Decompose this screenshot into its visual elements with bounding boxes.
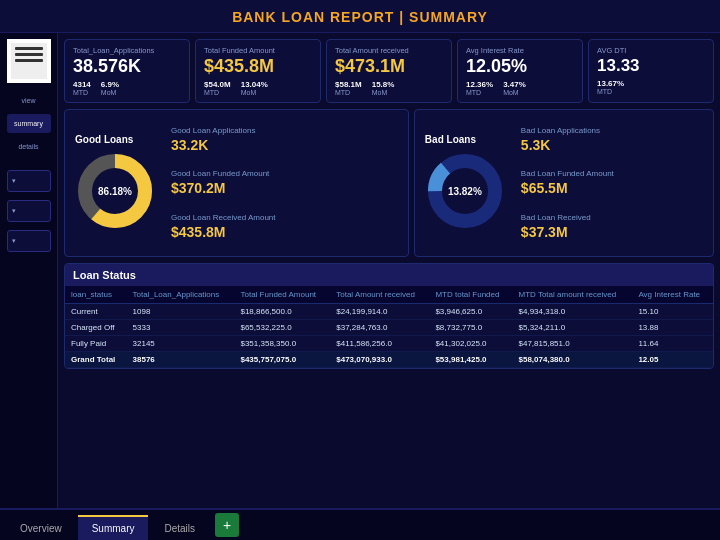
kpi-value-4: 13.33	[597, 57, 705, 76]
kpi-sub-0: 4314 MTD 6.9% MoM	[73, 80, 181, 96]
sidebar-logo	[7, 39, 51, 83]
good-loans-title: Good Loans	[75, 134, 133, 145]
bad-loan-stat-1: Bad Loan Funded Amount $65.5M	[521, 169, 707, 196]
kpi-sub-val-4-0: 13.67%	[597, 79, 624, 88]
table-row: Fully Paid32145$351,358,350.0$411,586,25…	[65, 335, 713, 351]
kpi-value-2: $473.1M	[335, 57, 443, 77]
kpi-sub-label-2-0: MTD	[335, 89, 362, 96]
table-cell-3-5: $58,074,380.0	[513, 351, 633, 367]
content-area: Total_Loan_Applications 38.576K 4314 MTD…	[58, 33, 720, 523]
sidebar-item-view[interactable]: view	[7, 91, 51, 110]
table-cell-0-5: $4,934,318.0	[513, 303, 633, 319]
table-cell-3-1: 38576	[127, 351, 235, 367]
tab-details[interactable]: Details	[150, 515, 209, 540]
kpi-label-0: Total_Loan_Applications	[73, 46, 181, 55]
bad-loan-stat-value-1: $65.5M	[521, 180, 707, 196]
logo-line-1	[15, 47, 43, 50]
table-cell-1-0: Charged Off	[65, 319, 127, 335]
table-cell-0-1: 1098	[127, 303, 235, 319]
good-loans-donut: 86.18%	[75, 151, 155, 231]
kpi-sub-label-1-0: MTD	[204, 89, 231, 96]
sidebar-item-summary[interactable]: summary	[7, 114, 51, 133]
table-cell-3-4: $53,981,425.0	[429, 351, 512, 367]
sidebar-dropdown-3[interactable]: ▾	[7, 230, 51, 252]
kpi-sub-label-2-1: MoM	[372, 89, 395, 96]
bad-loan-stat-label-0: Bad Loan Applications	[521, 126, 707, 135]
kpi-sub-item-4-0: 13.67% MTD	[597, 79, 624, 95]
loan-status-header: Loan Status	[65, 264, 713, 286]
table-cell-0-2: $18,866,500.0	[234, 303, 330, 319]
good-loans-percentage: 86.18%	[98, 186, 132, 197]
sidebar-item-details[interactable]: details	[7, 137, 51, 156]
loan-status-section: Loan Status loan_status Total_Loan_Appli…	[64, 263, 714, 369]
good-loan-stat-value-0: 33.2K	[171, 137, 402, 153]
tab-overview[interactable]: Overview	[6, 515, 76, 540]
good-loans-chart-section: Good Loans 86.18%	[65, 110, 165, 256]
good-loan-stat-2: Good Loan Received Amount $435.8M	[171, 213, 402, 240]
table-cell-3-3: $473,070,933.0	[330, 351, 429, 367]
sidebar-dropdown-2[interactable]: ▾	[7, 200, 51, 222]
kpi-sub-4: 13.67% MTD	[597, 79, 705, 95]
col-header-6: Avg Interest Rate	[632, 286, 713, 304]
table-cell-0-0: Current	[65, 303, 127, 319]
kpi-label-3: Avg Interest Rate	[466, 46, 574, 55]
table-row: Current1098$18,866,500.0$24,199,914.0$3,…	[65, 303, 713, 319]
col-header-4: MTD total Funded	[429, 286, 512, 304]
col-header-0: loan_status	[65, 286, 127, 304]
bottom-tabs: Overview Summary Details +	[0, 508, 720, 540]
kpi-sub-val-1-1: 13.04%	[241, 80, 268, 89]
kpi-value-1: $435.8M	[204, 57, 312, 77]
kpi-sub-3: 12.36% MTD 3.47% MoM	[466, 80, 574, 96]
kpi-sub-label-1-1: MoM	[241, 89, 268, 96]
kpi-card-4: AVG DTI 13.33 13.67% MTD	[588, 39, 714, 103]
table-cell-1-4: $8,732,775.0	[429, 319, 512, 335]
tab-add-button[interactable]: +	[215, 513, 239, 537]
table-cell-2-0: Fully Paid	[65, 335, 127, 351]
good-loan-stat-label-2: Good Loan Received Amount	[171, 213, 402, 222]
loan-status-table: loan_status Total_Loan_Applications Tota…	[65, 286, 713, 368]
kpi-card-0: Total_Loan_Applications 38.576K 4314 MTD…	[64, 39, 190, 103]
kpi-sub-item-3-1: 3.47% MoM	[503, 80, 526, 96]
kpi-sub-val-2-0: $58.1M	[335, 80, 362, 89]
kpi-card-1: Total Funded Amount $435.8M $54.0M MTD 1…	[195, 39, 321, 103]
kpi-sub-val-1-0: $54.0M	[204, 80, 231, 89]
kpi-label-1: Total Funded Amount	[204, 46, 312, 55]
col-header-2: Total Funded Amount	[234, 286, 330, 304]
kpi-sub-val-0-1: 6.9%	[101, 80, 119, 89]
table-header-row: loan_status Total_Loan_Applications Tota…	[65, 286, 713, 304]
kpi-label-4: AVG DTI	[597, 46, 705, 55]
bad-loans-panel: Bad Loans 13.82% Bad Loan Applications	[414, 109, 714, 257]
bad-loans-stats: Bad Loan Applications 5.3K Bad Loan Fund…	[515, 110, 713, 256]
tab-summary[interactable]: Summary	[78, 515, 149, 540]
header-title-highlight: SUMMARY	[409, 9, 488, 25]
table-cell-1-1: 5333	[127, 319, 235, 335]
kpi-sub-label-3-0: MTD	[466, 89, 493, 96]
kpi-value-3: 12.05%	[466, 57, 574, 77]
table-cell-0-4: $3,946,625.0	[429, 303, 512, 319]
kpi-sub-item-1-0: $54.0M MTD	[204, 80, 231, 96]
kpi-sub-label-0-0: MTD	[73, 89, 91, 96]
bad-loans-chart-section: Bad Loans 13.82%	[415, 110, 515, 256]
kpi-sub-val-3-0: 12.36%	[466, 80, 493, 89]
good-loan-stat-0: Good Loan Applications 33.2K	[171, 126, 402, 153]
kpi-value-0: 38.576K	[73, 57, 181, 77]
good-loans-panel: Good Loans 86.18% Good Loan Application	[64, 109, 409, 257]
sidebar-dropdown-1[interactable]: ▾	[7, 170, 51, 192]
kpi-row: Total_Loan_Applications 38.576K 4314 MTD…	[64, 39, 714, 103]
kpi-sub-item-0-1: 6.9% MoM	[101, 80, 119, 96]
kpi-sub-label-4-0: MTD	[597, 88, 624, 95]
table-cell-0-3: $24,199,914.0	[330, 303, 429, 319]
kpi-sub-val-0-0: 4314	[73, 80, 91, 89]
good-loan-stat-label-1: Good Loan Funded Amount	[171, 169, 402, 178]
logo-line-2	[15, 53, 43, 56]
kpi-sub-item-2-1: 15.8% MoM	[372, 80, 395, 96]
table-cell-2-4: $41,302,025.0	[429, 335, 512, 351]
sidebar-logo-inner	[11, 43, 47, 79]
bad-loan-stat-label-1: Bad Loan Funded Amount	[521, 169, 707, 178]
table-cell-3-6: 12.05	[632, 351, 713, 367]
col-header-3: Total Amount received	[330, 286, 429, 304]
table-cell-1-5: $5,324,211.0	[513, 319, 633, 335]
table-cell-1-2: $65,532,225.0	[234, 319, 330, 335]
kpi-sub-val-3-1: 3.47%	[503, 80, 526, 89]
kpi-sub-item-0-0: 4314 MTD	[73, 80, 91, 96]
